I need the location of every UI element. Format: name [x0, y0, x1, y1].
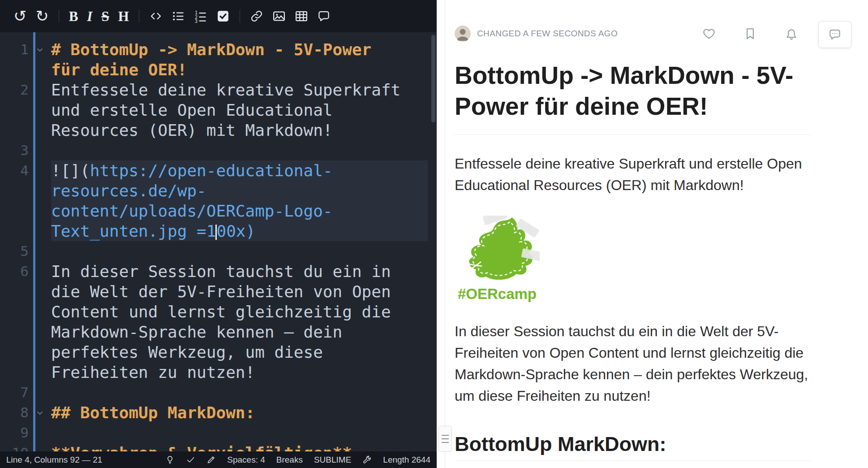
- bold-button[interactable]: B: [64, 6, 83, 26]
- editor-line-3[interactable]: 3: [0, 140, 437, 160]
- comment-dots-icon: [828, 28, 842, 41]
- pencil-icon: [206, 455, 216, 464]
- spellcheck-button[interactable]: [186, 455, 195, 464]
- chevron-down-icon: [34, 44, 45, 55]
- editor-line-10[interactable]: 10**Verwahren & Vervielfältigen**: [0, 443, 437, 451]
- editor-scrollbar[interactable]: [431, 35, 435, 122]
- keymap-setting[interactable]: SUBLIME: [314, 455, 351, 465]
- code-segment: ## BottomUp MarkDown:: [51, 403, 255, 422]
- editor-line-4[interactable]: 4![](https://open-educational-resources.…: [0, 160, 437, 241]
- code-row: [51, 382, 428, 403]
- code-line: In dieser Session tauchst du ein indie W…: [51, 261, 428, 382]
- pane-resize-grip[interactable]: [438, 426, 452, 452]
- pane-divider: [437, 0, 445, 468]
- markdown-editor[interactable]: 1# BottomUp -> MarkDown - 5V-Powerfür de…: [0, 32, 437, 451]
- line-number: 1: [0, 39, 29, 60]
- linebreak-setting[interactable]: Breaks: [276, 455, 303, 465]
- fold-toggle[interactable]: [29, 39, 51, 60]
- lightbulb-icon: [165, 455, 175, 464]
- code-segment: 00x): [216, 222, 255, 240]
- editor-line-6[interactable]: 6In dieser Session tauchst du ein indie …: [0, 261, 437, 382]
- editor-pane: ↺↻BISH123 1# BottomUp -> MarkDown - 5V-P…: [0, 0, 437, 468]
- editor-line-8[interactable]: 8## BottomUp MarkDown:: [0, 403, 437, 423]
- image-button[interactable]: [268, 6, 290, 26]
- code-segment: In dieser Session tauchst du ein in: [51, 262, 391, 281]
- oercamp-logo: #OERcamp: [455, 216, 544, 303]
- undo-button[interactable]: ↺: [9, 6, 31, 26]
- code-row: In dieser Session tauchst du ein in: [51, 261, 428, 282]
- night-mode-button[interactable]: [165, 455, 175, 464]
- author-avatar[interactable]: [455, 26, 471, 42]
- code-row: ## BottomUp MarkDown:: [51, 403, 428, 423]
- ordered-list-button[interactable]: 123: [189, 6, 212, 26]
- editor-line-2[interactable]: 2Entfessele deine kreative Superkraftund…: [0, 80, 437, 140]
- code-segment: für deine OER!: [51, 61, 187, 79]
- code-segment: **Verwahren & Vervielfältigen**: [51, 444, 352, 451]
- bold-icon: B: [69, 9, 78, 23]
- editor-toolbar: ↺↻BISH123: [0, 0, 437, 32]
- code-row: # BottomUp -> MarkDown - 5V-Power: [51, 39, 428, 60]
- like-button[interactable]: [702, 27, 716, 40]
- chevron-down-icon: [34, 407, 45, 418]
- code-line: # BottomUp -> MarkDown - 5V-Powerfür dei…: [51, 39, 428, 80]
- heading-button[interactable]: H: [114, 6, 133, 26]
- code-button[interactable]: [145, 6, 167, 26]
- code-row: Content und lernst gleichzeitig die: [51, 302, 428, 322]
- subscribe-button[interactable]: [785, 27, 798, 40]
- numbered-list-icon: 123: [194, 9, 207, 23]
- line-number: 4: [0, 160, 29, 181]
- fold-gutter: [29, 382, 51, 403]
- code-row: [51, 140, 428, 160]
- italic-icon: I: [87, 9, 92, 23]
- oercamp-flame-graphic: [455, 216, 540, 283]
- code-row: [51, 241, 428, 261]
- code-segment: ![](: [51, 161, 90, 180]
- fold-gutter: [29, 443, 51, 451]
- preview-content: CHANGED A FEW SECONDS AGO BottomUp -> Ma…: [455, 0, 811, 461]
- code-row: ![](https://open-educational-: [51, 160, 428, 181]
- code-row: die Welt der 5V-Freiheiten von Open: [51, 282, 428, 302]
- code-line: [51, 423, 428, 443]
- checklist-button[interactable]: [212, 6, 234, 26]
- code-row: und erstelle Open Educational: [51, 100, 428, 120]
- editor-line-1[interactable]: 1# BottomUp -> MarkDown - 5V-Powerfür de…: [0, 39, 437, 80]
- doc-heading-1: BottomUp -> MarkDown - 5V-Power für dein…: [455, 60, 811, 135]
- code-segment: Resources (OER) mit Markdown!: [51, 121, 333, 139]
- doc-paragraph-2: In dieser Session tauchst du ein in die …: [455, 321, 811, 407]
- editor-line-7[interactable]: 7: [0, 382, 437, 403]
- code-segment: Entfessele deine kreative Superkraft: [51, 81, 400, 99]
- redo-button[interactable]: ↻: [31, 6, 53, 26]
- code-segment: https://open-educational-: [90, 161, 333, 180]
- editor-line-5[interactable]: 5: [0, 241, 437, 261]
- strikethrough-icon: S: [101, 9, 109, 23]
- theme-button[interactable]: [206, 455, 216, 464]
- editor-lines: 1# BottomUp -> MarkDown - 5V-Powerfür de…: [0, 39, 437, 451]
- code-segment: perfektes Werkzeug, um diese: [51, 343, 323, 361]
- code-segment: Markdown-Sprache kennen – dein: [51, 323, 342, 341]
- strikethrough-button[interactable]: S: [97, 6, 113, 26]
- link-icon: [250, 9, 263, 23]
- editor-line-9[interactable]: 9: [0, 423, 437, 443]
- preferences-button[interactable]: [362, 455, 372, 464]
- checklist-icon: [216, 9, 230, 23]
- fold-gutter: [29, 423, 51, 443]
- bookmark-icon: [743, 27, 757, 40]
- unordered-list-button[interactable]: [167, 6, 189, 26]
- doc-paragraph-1: Entfessele deine kreative Superkraft und…: [455, 153, 811, 196]
- code-line: ![](https://open-educational-resources.d…: [51, 160, 428, 241]
- fold-gutter: [29, 241, 51, 261]
- italic-button[interactable]: I: [82, 6, 97, 26]
- heading-icon: H: [118, 9, 129, 23]
- code-segment: Content und lernst gleichzeitig die: [51, 303, 391, 321]
- indent-setting[interactable]: Spaces: 4: [227, 455, 265, 465]
- fold-toggle[interactable]: [29, 403, 51, 423]
- bookmark-button[interactable]: [743, 27, 757, 40]
- comment-button[interactable]: [313, 6, 335, 26]
- toolbar-separator: [59, 9, 59, 23]
- link-button[interactable]: [245, 6, 268, 26]
- redo-icon: ↻: [35, 9, 48, 24]
- comment-fab-button[interactable]: [818, 21, 851, 48]
- fold-gutter: [29, 140, 51, 160]
- code-line: **Verwahren & Vervielfältigen**: [51, 443, 428, 451]
- table-button[interactable]: [290, 6, 313, 26]
